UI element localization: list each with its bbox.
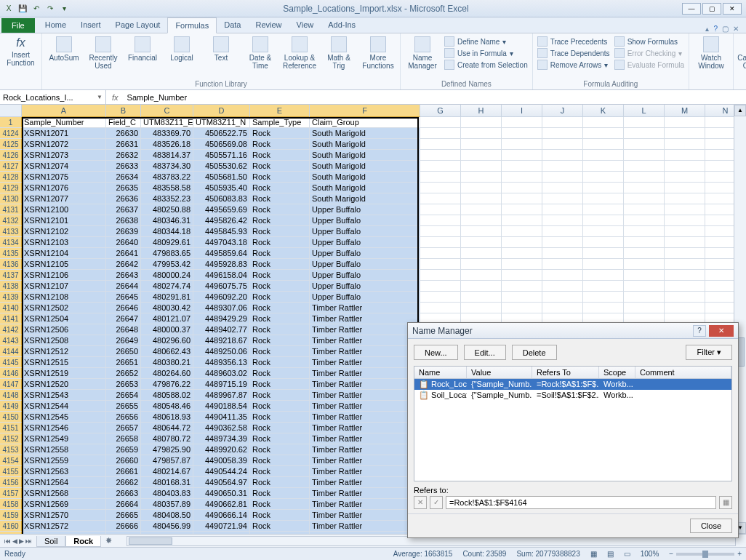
row-header[interactable]: 4132 [0,215,22,226]
cell[interactable] [502,150,542,161]
col-refers[interactable]: Refers To [532,367,599,378]
cell[interactable]: XSRN12563 [22,466,106,477]
cell[interactable]: XSRN12572 [22,521,106,532]
cell[interactable] [420,215,461,226]
cell[interactable] [502,128,542,139]
cell[interactable]: Rock [250,248,310,259]
cell[interactable]: 4489967.87 [193,390,250,401]
tab-add-ins[interactable]: Add-Ins [321,17,363,33]
cell[interactable]: Timber Rattler [310,510,420,521]
cell[interactable]: Timber Rattler [310,423,420,433]
cell[interactable]: 26659 [106,444,141,455]
col-header-M[interactable]: M [665,105,705,117]
show-formulas-button[interactable]: Show Formulas [614,36,684,47]
cell[interactable]: XSRN12101 [22,215,106,226]
cell[interactable] [461,259,502,270]
cell[interactable]: 26652 [106,368,141,379]
cell[interactable]: Upper Buffalo [310,292,420,303]
cell[interactable]: 483352.23 [141,193,193,204]
cell[interactable] [583,204,624,215]
dialog-help-button[interactable]: ? [693,325,706,337]
cell[interactable]: Rock [250,368,310,379]
cell[interactable]: XSRN12558 [22,444,106,455]
cell[interactable]: 480344.18 [141,226,193,237]
cell[interactable] [624,270,665,281]
cell[interactable] [665,270,705,281]
row-header[interactable]: 4156 [0,477,22,488]
cell[interactable]: 480000.24 [141,270,193,281]
cell[interactable] [583,259,624,270]
tab-page-layout[interactable]: Page Layout [108,17,168,33]
cell[interactable]: XSRN12520 [22,379,106,390]
cell[interactable]: XSRN12544 [22,401,106,412]
row-header[interactable]: 4155 [0,466,22,477]
cell[interactable] [420,248,461,259]
cell[interactable]: Rock [250,357,310,368]
cell[interactable]: 4490650.31 [193,488,250,499]
cell[interactable] [583,248,624,259]
cell[interactable]: XSRN12559 [22,455,106,466]
zoom-in-icon[interactable]: + [737,550,742,558]
col-scope[interactable]: Scope [599,367,635,378]
cell[interactable]: 26664 [106,499,141,510]
cell[interactable]: Timber Rattler [310,346,420,357]
cell[interactable] [502,215,542,226]
cell[interactable] [583,128,624,139]
last-sheet-icon[interactable]: ⏭ [25,537,32,545]
cell[interactable] [420,139,461,150]
cell[interactable]: 480121.07 [141,313,193,324]
name-row[interactable]: 📋 Rock_Locatio...{"Sample_Numb...=Rock!$… [414,379,731,390]
cell[interactable] [502,281,542,292]
row-header[interactable]: 4147 [0,379,22,390]
row-header[interactable]: 4124 [0,128,22,139]
new-sheet-icon[interactable]: ✸ [101,536,116,545]
cell[interactable] [461,193,502,204]
cell[interactable]: Timber Rattler [310,412,420,423]
cell[interactable]: 483558.58 [141,183,193,193]
cell[interactable]: Upper Buffalo [310,281,420,292]
view-break-icon[interactable]: ▭ [624,550,630,558]
cell[interactable]: XSRN12106 [22,270,106,281]
cancel-edit-icon[interactable]: ✕ [414,496,427,509]
cell[interactable]: South Marigold [310,161,420,172]
calculation-options-button[interactable]: Calculation Options [738,36,746,70]
undo-icon[interactable]: ↶ [31,3,42,15]
cell[interactable]: 26641 [106,248,141,259]
name-row[interactable]: 📋 Soil_Locatio...{"Sample_Numb...=Soil!$… [414,390,731,401]
lookup-reference-button[interactable]: Lookup & Reference [282,36,317,70]
col-header-K[interactable]: K [583,105,624,117]
cell[interactable]: 479883.65 [141,248,193,259]
cell[interactable]: Timber Rattler [310,499,420,510]
cell[interactable]: 480346.31 [141,215,193,226]
cell[interactable] [624,292,665,303]
cell[interactable]: 4490564.97 [193,477,250,488]
cell[interactable]: Rock [250,390,310,401]
cell[interactable] [502,292,542,303]
row-header[interactable]: 4126 [0,150,22,161]
cell[interactable] [583,172,624,183]
cell[interactable]: 26634 [106,172,141,183]
file-tab[interactable]: File [1,18,35,33]
header-cell[interactable]: UTM83Z11_E [141,117,193,128]
cell[interactable]: Rock [250,313,310,324]
cell[interactable] [665,139,705,150]
cell[interactable]: 4490662.81 [193,499,250,510]
cell[interactable] [542,303,583,313]
cell[interactable] [583,183,624,193]
cell[interactable]: 26657 [106,423,141,433]
cell[interactable]: XSRN12074 [22,161,106,172]
cell[interactable] [420,226,461,237]
cell[interactable] [624,259,665,270]
insert-function-button[interactable]: fxInsert Function [4,36,37,67]
cell[interactable] [583,139,624,150]
cell[interactable]: South Marigold [310,183,420,193]
cell[interactable]: Timber Rattler [310,455,420,466]
cell[interactable] [461,226,502,237]
header-cell[interactable]: UTM83Z11_N [193,117,250,128]
row-header[interactable]: 4130 [0,193,22,204]
row-header[interactable]: 4138 [0,281,22,292]
cell[interactable]: 26661 [106,466,141,477]
cell[interactable]: 26647 [106,313,141,324]
cell[interactable]: XSRN12075 [22,172,106,183]
cell[interactable]: 480250.88 [141,204,193,215]
